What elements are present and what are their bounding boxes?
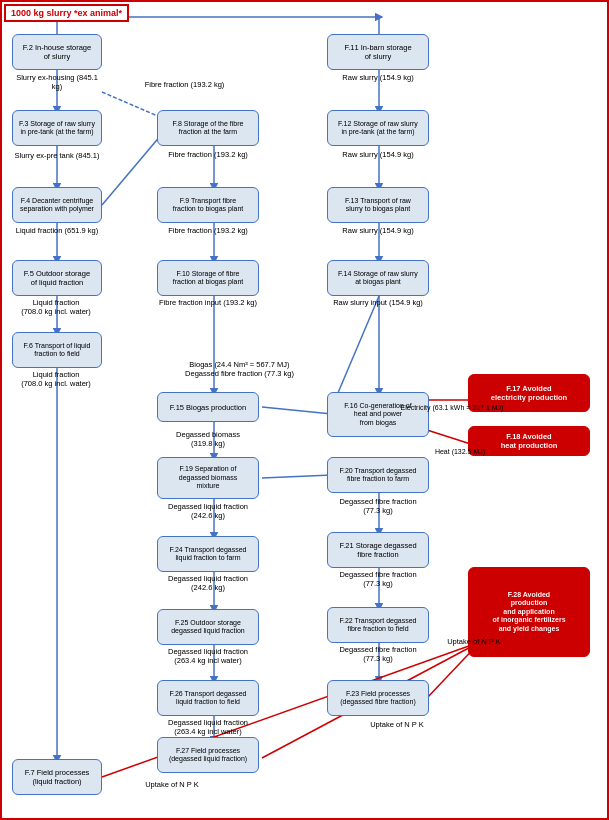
label-deg-fibre-495: Degassed fibre fraction(77.3 kg) [327, 497, 429, 515]
node-F3: F.3 Storage of raw slurry in pre-tank (a… [12, 110, 102, 146]
diagram-title: 1000 kg slurry *ex animal* [4, 4, 129, 22]
node-F9: F.9 Transport fibre fraction to biogas p… [157, 187, 259, 223]
node-F25: F.25 Outdoor storage degassed liquid fra… [157, 609, 259, 645]
label-electricity: Electricity (63.1 kWh = 227.1 MJ) [392, 404, 512, 411]
node-F12: F.12 Storage of raw slurry in pre-tank (… [327, 110, 429, 146]
svg-line-15 [332, 296, 379, 407]
label-liquid-708-2: Liquid fraction(708.0 kg incl. water) [7, 370, 105, 388]
diagram-container: 1000 kg slurry *ex animal* [0, 0, 609, 820]
label-deg-fibre-643: Degassed fibre fraction(77.3 kg) [327, 645, 429, 663]
node-F27: F.27 Field processes (degassed liquid fr… [157, 737, 259, 773]
node-F2: F.2 In-house storage of slurry [12, 34, 102, 70]
label-slurry-expretank: Slurry ex-pre tank (845.1) [12, 151, 102, 160]
label-deg-liquid-242-2: Degassed liquid fraction(242.6 kg) [157, 574, 259, 592]
label-slurry-exhousing: Slurry ex-housing (845.1 kg) [12, 73, 102, 91]
node-F23: F.23 Field processes (degassed fibre fra… [327, 680, 429, 716]
label-liquid-708-1: Liquid fraction(708.0 kg incl. water) [7, 298, 105, 316]
label-deg-liquid-263-1: Degassed liquid fraction(263.4 kg incl w… [157, 647, 259, 665]
node-F20: F.20 Transport degassed fibre fraction t… [327, 457, 429, 493]
node-F5: F.5 Outdoor storage of liquid fraction [12, 260, 102, 296]
label-liquid-651: Liquid fraction (651.9 kg) [12, 226, 102, 235]
svg-line-18 [262, 407, 332, 414]
node-F24: F.24 Transport degassed liquid fraction … [157, 536, 259, 572]
label-deg-liquid-263-2: Degassed liquid fraction(263.4 kg incl w… [157, 718, 259, 736]
label-uptake-npk-f28: Uptake of N P K [434, 637, 514, 646]
label-uptake-npk-f23: Uptake of N P K [357, 720, 437, 729]
label-raw-224: Raw slurry (154.9 kg) [327, 226, 429, 235]
label-raw-148: Raw slurry (154.9 kg) [327, 150, 429, 159]
node-F13: F.13 Transport of raw slurry to biogas p… [327, 187, 429, 223]
node-F4: F.4 Decanter centrifuge separation with … [12, 187, 102, 223]
node-F14: F.14 Storage of raw slurry at biogas pla… [327, 260, 429, 296]
node-F16: F.16 Co-generation of heat and power fro… [327, 392, 429, 437]
node-F19: F.19 Separation of degassed biomass mixt… [157, 457, 259, 499]
node-F11: F.11 In-barn storage of slurry [327, 34, 429, 70]
label-fibre-148: Fibre fraction (193.2 kg) [157, 150, 259, 159]
label-raw-71: Raw slurry (154.9 kg) [327, 73, 429, 82]
node-F6: F.6 Transport of liquid fraction to fiel… [12, 332, 102, 368]
node-F15: F.15 Biogas production [157, 392, 259, 422]
label-uptake-npk-f27: Uptake of N P K [132, 780, 212, 789]
label-raw-input: Raw slurry input (154.9 kg) [327, 298, 429, 307]
label-biogas: Biogas (24.4 Nm³ = 567.7 MJ)Degassed fib… [157, 360, 322, 378]
label-deg-liquid-242-1: Degassed liquid fraction(242.6 kg) [157, 502, 259, 520]
node-F7: F.7 Field processes (liquid fraction) [12, 759, 102, 795]
label-fibre-input: Fibre fraction input (193.2 kg) [157, 298, 259, 307]
label-fibre-top: Fibre fraction (193.2 kg) [132, 80, 237, 89]
label-heat: Heat (132.5 MJ) [420, 448, 500, 455]
node-F8: F.8 Storage of the fibre fraction at the… [157, 110, 259, 146]
node-F21: F.21 Storage degassed fibre fraction [327, 532, 429, 568]
svg-line-22 [262, 475, 332, 478]
node-F10: F.10 Storage of fibre fraction at biogas… [157, 260, 259, 296]
node-F22: F.22 Transport degassed fibre fraction t… [327, 607, 429, 643]
label-deg-biomass: Degassed biomass(319.8 kg) [157, 430, 259, 448]
node-F26: F.26 Transport degassed liquid fraction … [157, 680, 259, 716]
label-deg-fibre-568: Degassed fibre fraction(77.3 kg) [327, 570, 429, 588]
label-fibre-224: Fibre fraction (193.2 kg) [157, 226, 259, 235]
